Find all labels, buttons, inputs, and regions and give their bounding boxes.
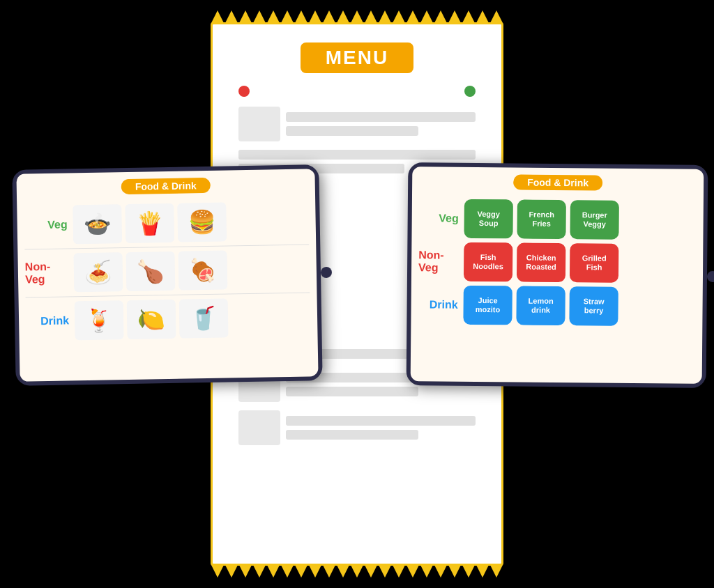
scene: MENU [0, 0, 714, 588]
tablet-right-screen: Food & Drink Veg VeggySoup FrenchFries B… [411, 167, 704, 384]
left-tablet-header: Food & Drink [121, 178, 211, 194]
tablet-left-screen: Food & Drink Veg 🍲 🍟 🍔 Non-Veg 🍝 🍗 🍖 [16, 169, 318, 381]
food-item-lemon-drink[interactable]: 🍋 [127, 300, 176, 339]
veg-label-left: Veg [24, 218, 73, 231]
veg-label-right: Veg [419, 212, 464, 225]
food-item-chicken-roasted[interactable]: 🍗 [126, 252, 175, 291]
food-item-fish-noodles[interactable]: 🍝 [73, 252, 123, 292]
btn-juice-mozito[interactable]: Juicemozito [463, 286, 512, 325]
btn-burger-veggy[interactable]: BurgerVeggy [570, 200, 618, 240]
receipt-block-5 [238, 410, 476, 445]
btn-veggy-soup[interactable]: VeggySoup [464, 199, 512, 239]
nonveg-label-right: Non-Veg [418, 249, 464, 274]
right-tablet-header: Food & Drink [513, 174, 602, 190]
dot-green [464, 86, 476, 97]
food-item-strawberry[interactable]: 🥤 [179, 298, 229, 338]
tablet-right-side-button[interactable] [707, 271, 714, 282]
drink-label-right: Drink [418, 298, 464, 311]
food-item-juice-mozito[interactable]: 🍹 [75, 300, 124, 340]
food-item-grilled-fish[interactable]: 🍖 [178, 251, 227, 291]
menu-title: MENU [301, 42, 413, 73]
btn-chicken-roasted[interactable]: ChickenRoasted [517, 242, 565, 282]
food-item-burger-veggy[interactable]: 🍔 [177, 203, 227, 242]
btn-fish-noodles[interactable]: FishNoodles [464, 242, 512, 282]
drink-label-left: Drink [26, 314, 75, 327]
btn-french-fries[interactable]: FrenchFries [517, 199, 565, 239]
food-item-veggy-soup[interactable]: 🍲 [73, 204, 122, 244]
tablet-right: Food & Drink Veg VeggySoup FrenchFries B… [407, 162, 708, 388]
btn-lemon-drink[interactable]: Lemondrink [516, 286, 565, 325]
receipt-dots [238, 86, 476, 97]
dot-red [238, 86, 250, 97]
btn-grilled-fish[interactable]: GrilledFish [570, 243, 618, 283]
btn-strawberry[interactable]: Strawberry [569, 286, 618, 326]
receipt-block-1 [238, 107, 476, 141]
food-item-french-fries[interactable]: 🍟 [125, 203, 174, 243]
nonveg-label-left: Non-Veg [25, 260, 75, 286]
tablet-left: Food & Drink Veg 🍲 🍟 🍔 Non-Veg 🍝 🍗 🍖 [12, 164, 322, 386]
